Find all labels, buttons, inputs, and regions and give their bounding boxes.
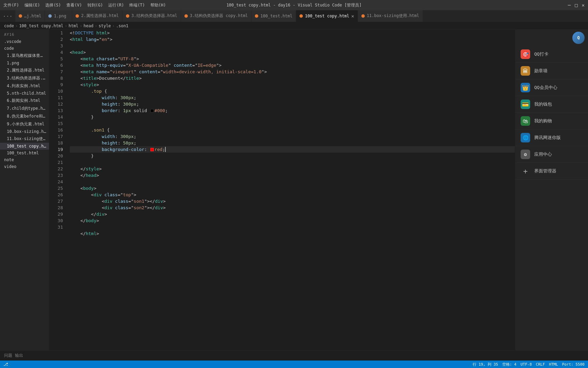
line-num-17: 17	[49, 133, 63, 140]
tab-close-button[interactable]: ✕	[351, 13, 354, 19]
panel-icon-plus: +	[521, 166, 530, 176]
panel-label-uimanager: 界面管理器	[534, 168, 556, 174]
tab-bar: ··· …j.html 1.png 2.属性选择器.html 3.结构伪类选择器…	[0, 10, 588, 22]
breadcrumb-code[interactable]: code	[4, 24, 14, 28]
sidebar-item-vscode[interactable]: .vscode	[0, 38, 49, 45]
panel-item-qqmember[interactable]: 👑 QQ会员中心	[515, 79, 588, 96]
tab-label: 11.box-sizing使用.html	[367, 13, 419, 19]
tab-label: 100_test copy.html	[305, 14, 349, 18]
panel-icon-shopping: 🛍	[521, 116, 530, 126]
status-right: 行 19, 列 35 空格: 4 UTF-8 CRLF HTML Port: 5…	[473, 362, 585, 367]
tab-100test-copy[interactable]: 100_test copy.html ✕	[296, 10, 358, 22]
breadcrumb: code › 100_test copy.html › html › head …	[0, 22, 588, 30]
sidebar-item-11box[interactable]: 11.box-sizing使用.ht...	[0, 135, 49, 143]
tab-2attr[interactable]: 2.属性选择器.html	[72, 10, 122, 22]
panel-icon-txnews: 🌐	[521, 133, 530, 142]
menu-bar[interactable]: 文件(F) 编辑(E) 选择(S) 查看(V) 转到(G) 运行(R) 终端(T…	[3, 2, 166, 8]
line-num-18: 18	[49, 140, 63, 146]
code-line-23: </head>	[70, 172, 515, 179]
code-area[interactable]: <!DOCTYPE html> <html lang="en"> <head> …	[66, 30, 515, 350]
tab-1png[interactable]: 1.png	[45, 10, 72, 22]
panel-item-uimanager[interactable]: + 界面管理器	[515, 163, 588, 180]
line-num-27: 27	[49, 198, 63, 204]
line-num-14: 14	[49, 114, 63, 120]
tab-jhtml[interactable]: …j.html	[15, 10, 45, 22]
window-maximize[interactable]: □	[575, 2, 577, 8]
text-cursor	[165, 147, 166, 152]
sidebar-item-4list[interactable]: 4.列表实例.html	[0, 82, 49, 90]
bottom-output[interactable]: 输出	[15, 353, 23, 358]
line-num-23: 23	[49, 172, 63, 179]
line-num-13: 13	[49, 107, 63, 114]
sidebar-item-6news[interactable]: 6.新闻实例.html	[0, 97, 49, 105]
tab-icon-html	[19, 14, 22, 18]
menu-file[interactable]: 文件(F)	[3, 2, 19, 8]
line-numbers: 1 2 3 4 5 6 7 8 9 10 11 12 13 14 15 16 1…	[49, 30, 66, 350]
status-spaces[interactable]: 空格: 4	[502, 362, 517, 367]
line-num-12: 12	[49, 101, 63, 107]
sidebar-item-1png[interactable]: 1.png	[0, 60, 49, 66]
line-num-6: 6	[49, 62, 63, 68]
menu-view[interactable]: 查看(V)	[66, 2, 82, 8]
breadcrumb-son1[interactable]: .son1	[116, 24, 128, 28]
panel-item-medal[interactable]: 🏛 勋章墙	[515, 63, 588, 79]
sidebar-item-9xiaomi[interactable]: 9.小米伪元素.html	[0, 120, 49, 128]
sidebar-item-7child[interactable]: 7.child的type.html	[0, 105, 49, 112]
breadcrumb-head[interactable]: head	[84, 24, 94, 28]
tab-overflow[interactable]: ···	[0, 13, 15, 19]
line-num-9: 9	[49, 81, 63, 88]
status-position[interactable]: 行 19, 列 35	[473, 362, 498, 367]
panel-item-wallet[interactable]: 💳 我的钱包	[515, 96, 588, 113]
sidebar-item-10box[interactable]: 10.box-sizing.html	[0, 128, 49, 135]
line-num-16: 16	[49, 127, 63, 133]
tab-3struct-copy[interactable]: 3.结构伪类选择器 copy.html	[181, 10, 252, 22]
panel-icon-medal: 🏛	[521, 66, 530, 76]
sidebar-item-3struct[interactable]: 3.结构伪类选择器.ht...	[0, 74, 49, 82]
breadcrumb-style[interactable]: style	[99, 24, 111, 28]
sidebar-item-note[interactable]: note	[0, 156, 49, 163]
panel-item-txnews[interactable]: 🌐 腾讯网迷你版	[515, 129, 588, 146]
window-close[interactable]: ✕	[582, 2, 585, 8]
line-num-19: 19	[49, 146, 63, 153]
panel-icon-wallet: 💳	[521, 99, 530, 109]
tab-11box[interactable]: 11.box-sizing使用.html	[358, 10, 423, 22]
sidebar-item-8before[interactable]: 8.伪元素before和aft...	[0, 112, 49, 120]
status-language[interactable]: HTML	[549, 362, 558, 367]
code-line-21	[70, 159, 515, 166]
window-minimize[interactable]: ─	[568, 2, 571, 8]
sidebar-item-100test[interactable]: 100_test.html	[0, 150, 49, 156]
editor-container: 1 2 3 4 5 6 7 8 9 10 11 12 13 14 15 16 1…	[49, 30, 515, 350]
menu-edit[interactable]: 编辑(E)	[24, 2, 40, 8]
line-num-7: 7	[49, 68, 63, 75]
tab-label: 3.结构伪类选择器 copy.html	[190, 13, 248, 19]
sidebar-item-1caoniao[interactable]: 1.菜鸟教程媒体查询...	[0, 52, 49, 60]
code-line-7: <meta name="viewport" content="width=dev…	[70, 68, 515, 75]
menu-run[interactable]: 运行(R)	[108, 2, 124, 8]
code-line-25: <body>	[70, 185, 515, 191]
window-controls[interactable]: ─ □ ✕	[568, 2, 585, 8]
sidebar-item-code[interactable]: code	[0, 45, 49, 52]
sidebar-item-5nth[interactable]: 5.nth-child.html	[0, 90, 49, 97]
line-num-21: 21	[49, 159, 63, 166]
status-port[interactable]: Port: 5500	[562, 362, 585, 367]
right-panel: Q 🎯 QQ打卡 🏛 勋章墙 👑 QQ会员中心 💳 我的钱包 🛍 我的购物 🌐 …	[515, 30, 588, 350]
panel-item-appcenter[interactable]: ⚙ 应用中心	[515, 146, 588, 163]
menu-terminal[interactable]: 终端(T)	[129, 2, 145, 8]
breadcrumb-file[interactable]: 100_test copy.html	[19, 24, 63, 28]
tab-3struct[interactable]: 3.结构伪类选择器.html	[122, 10, 181, 22]
status-line-ending[interactable]: CRLF	[536, 362, 545, 367]
menu-help[interactable]: 帮助(H)	[150, 2, 166, 8]
bottom-problems[interactable]: 问题	[4, 353, 12, 358]
line-num-15: 15	[49, 120, 63, 127]
status-encoding[interactable]: UTF-8	[521, 362, 532, 367]
sidebar-item-100copy[interactable]: 100_test copy.html	[0, 143, 49, 150]
panel-item-shopping[interactable]: 🛍 我的购物	[515, 113, 588, 129]
panel-item-qqpunch[interactable]: 🎯 QQ打卡	[515, 46, 588, 63]
breadcrumb-html[interactable]: html	[68, 24, 78, 28]
menu-select[interactable]: 选择(S)	[45, 2, 61, 8]
sidebar-item-video[interactable]: video	[0, 163, 49, 170]
menu-goto[interactable]: 转到(G)	[87, 2, 103, 8]
tab-icon-html	[184, 14, 188, 18]
tab-100test[interactable]: 100_test.html	[251, 10, 296, 22]
sidebar-item-2attr[interactable]: 2.属性选择器.html	[0, 66, 49, 74]
